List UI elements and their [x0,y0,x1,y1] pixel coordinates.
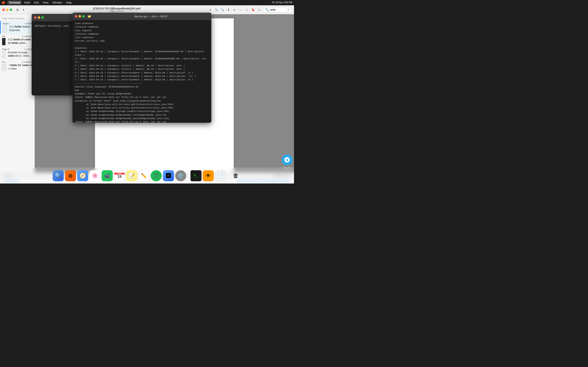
telegram-icon [284,157,290,163]
menubar-datetime: Fri 19 Apr 4:58 PM [272,1,292,4]
pdf-title-area: [CS2113-T12-3][BudgetBuddy]UG.pdf Page 1… [27,7,207,12]
menubar-terminal[interactable]: Terminal [8,1,22,4]
terminal-content[interactable]: view expenses (Invalid command) list exp… [72,20,211,123]
folder-icon: 📁 [87,15,91,18]
finder-icon: 🔍 [55,173,61,179]
txt-min-button[interactable] [38,16,40,19]
search-input[interactable] [270,8,286,11]
info-icon[interactable]: ℹ [208,8,212,12]
dock-launchpad[interactable]: ⊞ [65,170,76,181]
dock-photos[interactable]: 🌸 [89,170,100,181]
terminal-window-controls [75,15,85,17]
maximize-button[interactable] [10,8,12,11]
annotate-icon[interactable]: ✏ [233,8,237,12]
pdf-subtitle: Page 15 of 19 [110,10,124,12]
close-button[interactable] [2,8,5,11]
launchpad-icon: ⊞ [68,173,72,179]
sidebar-thumb-1 [2,38,6,45]
search-box[interactable]: 🔍 ✕ [263,7,292,12]
sidebar-item-1[interactable]: Pa... 5 matches 3.12 Settle bill settle … [0,34,35,47]
dock-separator-1 [188,172,189,180]
sidebar-toggle-icon[interactable]: ⊞ [16,8,20,12]
apple-menu[interactable]: 🍎 [2,1,5,4]
txt-max-button[interactable] [42,16,44,19]
dock-freeform[interactable]: ✏️ [138,170,149,181]
sidebar-title-0: 3.12 Settle Splitted Expenses [9,25,33,32]
terminal-close-button[interactable] [75,15,77,17]
terminal-dock-icon: >_ [193,173,199,178]
terminal-min-button[interactable] [79,15,81,17]
close-search-icon[interactable]: ✕ [287,8,290,12]
sidebar-matches-2: 1 match [25,48,33,50]
terminal-max-button[interactable] [82,15,85,17]
dock-preview[interactable]: 👁 [203,170,214,181]
dock-spotify[interactable]: 🎵 [151,170,162,181]
sidebar-page-0: Page 1 [3,22,10,25]
facetime-icon: 📹 [104,173,110,179]
terminal-window[interactable]: 📁 files-for-pe — -zsh — 93×37 view expen… [72,13,211,123]
terminal-toolbar: 📁 files-for-pe — -zsh — 93×37 [72,13,211,20]
trash-icon: 🗑 [233,172,239,179]
dock-appstore[interactable]: 🅰 [163,170,174,181]
add-icon[interactable]: + [245,8,249,12]
menubar-edit[interactable]: Edit [33,1,40,4]
sidebar-matches-1: 5 matches [22,35,33,38]
menubar-right: Fri 19 Apr 4:58 PM [272,1,292,4]
sidebar-matches-0: 1 match [25,22,33,25]
freeform-icon: ✏️ [141,173,147,179]
dock-safari[interactable]: 🧭 [77,170,88,181]
share-icon[interactable]: ⬆ [226,8,231,12]
menubar: 🍎 Terminal Shell Edit View Window Help F… [0,0,294,5]
sidebar-page-3: Pa... [2,61,7,63]
sidebar-thumb-0 [3,25,7,33]
sidebar-thumb-3 [2,64,6,71]
sidebar-title-3: • Settle Bill: settle bill i/ Index [9,64,33,71]
telegram-bubble[interactable] [282,155,292,165]
notes-icon: 📝 [129,173,135,179]
menubar-view[interactable]: View [41,1,50,4]
pdf-sidebar: Page match Expenses Page 1 1 match 3.12 … [0,14,35,173]
sidebar-page-1: Pa... [2,35,7,38]
txt-text: Default Currency: usd [35,25,68,27]
appstore-icon: 🅰 [166,173,171,179]
txt-close-button[interactable] [34,16,36,19]
pdf-toolbar-right: ℹ 🔍 🔍 ⬆ ✏ ⋯ + 🔖 ≡ 🔍 ✕ [208,7,292,12]
zoom-in-icon[interactable]: 🔍 [220,8,224,12]
dock-calendar[interactable]: APR 19 [114,170,125,181]
photos-icon: 🌸 [92,173,98,179]
systemprefs-icon: ⚙️ [178,173,184,179]
menubar-shell[interactable]: Shell [22,1,32,4]
dock-systemprefs[interactable]: ⚙️ [175,170,186,181]
dock-facetime[interactable]: 📹 [102,170,113,181]
sidebar-page-2: Page 9 [2,48,9,50]
minimize-button[interactable] [6,8,9,11]
bookmark-icon[interactable]: 🔖 [251,8,255,12]
sidebar-matches-3: 2 matches [22,61,33,63]
dock-textedit[interactable]: 📄 [215,170,226,181]
menubar-help[interactable]: Help [65,1,73,4]
page-nav-icon[interactable]: ▾ [21,8,25,12]
search-icon: 🔍 [265,8,269,12]
sidebar-title-2: Example of usage: settle bill i/2 : Dele… [8,51,33,58]
txt-window-controls [34,16,44,19]
preview-icon: 👁 [206,173,211,179]
dock: 🔍 ⊞ 🧭 🌸 📹 APR 19 📝 ✏️ 🎵 🅰 ⚙️ [0,167,294,184]
window-controls [2,8,12,11]
dock-notes[interactable]: 📝 [126,170,137,181]
sidebar-item-3[interactable]: Pa... 2 matches • Settle Bill: settle bi… [0,59,35,72]
sidebar-item-2[interactable]: Page 9 1 match Example of usage: settle … [0,47,35,59]
more-icon[interactable]: ⋯ [239,8,243,12]
sidebar-item-0[interactable]: Page 1 1 match 3.12 Settle Splitted Expe… [0,21,35,34]
dock-trash[interactable]: 🗑 [230,170,241,181]
pdf-title: [CS2113-T12-3][BudgetBuddy]UG.pdf [93,7,140,10]
sidebar-thumb-2 [2,51,6,58]
page-match-header: Page match Expenses [0,16,35,21]
dock-terminal[interactable]: >_ [190,170,201,181]
menubar-window[interactable]: Window [51,1,64,4]
zoom-out-icon[interactable]: 🔍 [214,8,218,12]
markup-icon[interactable]: ≡ [257,8,261,12]
spotify-icon: 🎵 [153,173,159,179]
safari-icon: 🧭 [79,173,86,179]
textedit-icon: 📄 [218,173,223,178]
dock-finder[interactable]: 🔍 [53,170,64,181]
